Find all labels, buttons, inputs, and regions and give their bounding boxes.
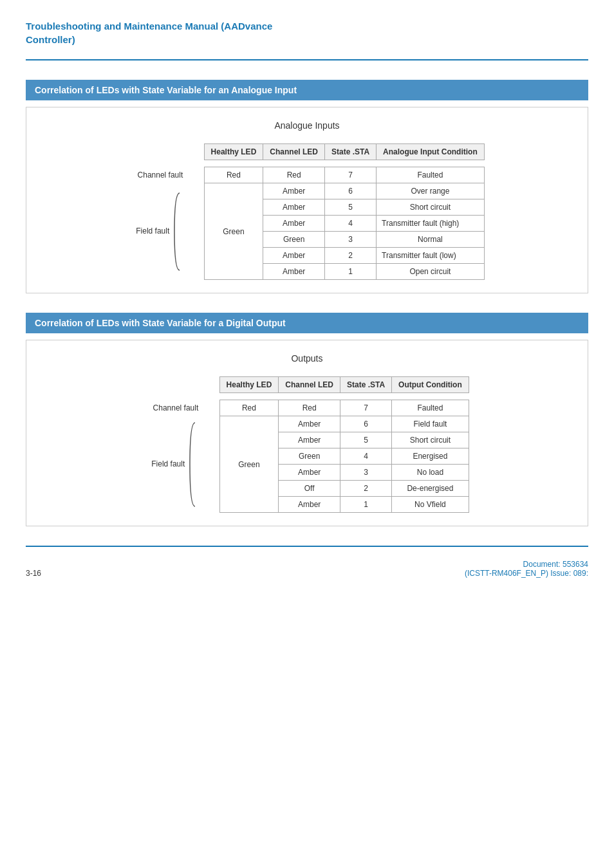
table-row: Channel fault Red Red 7 Faulted [145,400,469,416]
cell-state: 6 [324,183,376,199]
section2-table: Healthy LED Channel LED State .STA Outpu… [145,376,469,513]
cell-healthy: Red [219,400,279,416]
cell-condition: Transmitter fault (high) [377,216,485,232]
cell-channel: Amber [263,216,325,232]
cell-state: 3 [324,232,376,248]
cell-channel: Amber [263,183,325,199]
cell-healthy: Red [204,167,263,183]
cell-state: 1 [324,264,376,280]
cell-healthy: Green [204,183,263,280]
cell-channel: Amber [279,497,340,513]
footer-document-info: Document: 553634 (ICSTT-RM406F_EN_P) Iss… [465,560,588,578]
col-header-healthy: Healthy LED [219,377,279,393]
cell-channel: Red [279,400,340,416]
cell-condition: Normal [377,232,485,248]
cell-condition: Faulted [392,400,469,416]
cell-state: 7 [324,167,376,183]
cell-condition: Open circuit [377,264,485,280]
cell-state: 2 [324,248,376,264]
cell-state: 2 [340,481,391,497]
table-row: Field fault Green Amber 6 Field fault [145,416,469,432]
cell-state: 1 [340,497,391,513]
cell-condition: Energised [392,448,469,465]
cell-channel: Amber [263,264,325,280]
footer-page-number: 3-16 [26,569,41,578]
table-row: Field fault Green Amber 6 Over range [129,183,484,199]
cell-condition: Transmitter fault (low) [377,248,485,264]
col-header-condition: Analogue Input Condition [377,144,485,160]
cell-condition: Short circuit [392,432,469,448]
cell-condition: Over range [377,183,485,199]
cell-channel: Amber [279,432,340,448]
cell-state: 5 [340,432,391,448]
col-header-state: State .STA [340,377,391,393]
col-header-state: State .STA [324,144,376,160]
cell-condition: No Vfield [392,497,469,513]
top-rule [26,59,588,60]
cell-channel: Green [279,448,340,465]
cell-condition: Field fault [392,416,469,432]
cell-condition: Short circuit [377,199,485,216]
cell-channel: Amber [279,416,340,432]
section2-table-container: Outputs Healthy LED Channel LED State .S… [26,340,588,526]
cell-condition: Faulted [377,167,485,183]
cell-state: 6 [340,416,391,432]
table-row: Channel fault Red Red 7 Faulted [129,167,484,183]
row-label: Field fault [129,183,191,280]
row-label: Channel fault [129,167,191,183]
section2-header: Correlation of LEDs with State Variable … [26,313,588,333]
section1-table: Healthy LED Channel LED State .STA Analo… [129,143,484,280]
col-header-condition: Output Condition [392,377,469,393]
cell-state: 7 [340,400,391,416]
bottom-rule [26,546,588,547]
section1-table-container: Analogue Inputs Healthy LED Channel LED … [26,107,588,293]
cell-condition: No load [392,465,469,481]
col-header-channel: Channel LED [263,144,325,160]
cell-state: 4 [340,448,391,465]
cell-condition: De-energised [392,481,469,497]
section1-header: Correlation of LEDs with State Variable … [26,80,588,100]
cell-healthy: Green [219,416,279,513]
row-label: Channel fault [145,400,206,416]
cell-channel: Amber [263,248,325,264]
col-header-channel: Channel LED [279,377,340,393]
cell-channel: Amber [279,465,340,481]
cell-channel: Off [279,481,340,497]
page-footer: 3-16 Document: 553634 (ICSTT-RM406F_EN_P… [26,560,588,578]
cell-channel: Green [263,232,325,248]
cell-state: 4 [324,216,376,232]
cell-state: 5 [324,199,376,216]
page-title: Troubleshooting and Maintenance Manual (… [26,19,588,46]
cell-channel: Amber [263,199,325,216]
section1-table-title: Analogue Inputs [46,120,568,131]
page-header: Troubleshooting and Maintenance Manual (… [26,19,588,46]
row-label: Field fault [145,416,206,513]
cell-state: 3 [340,465,391,481]
col-header-healthy: Healthy LED [204,144,263,160]
section2-table-title: Outputs [46,353,568,364]
cell-channel: Red [263,167,325,183]
